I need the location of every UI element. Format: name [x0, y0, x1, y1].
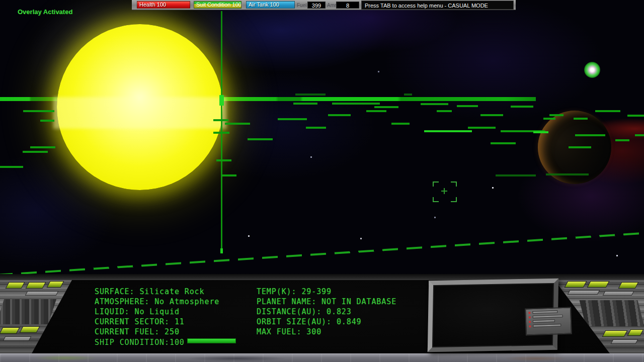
console-line: ORBIT SIZE(AU): 0.849	[257, 317, 396, 327]
ship-condition-label: SHIP CONDITION:100	[95, 337, 185, 347]
planet-info-left-column: SURFACE: Silicate RockATMOSPHERE: No Atm…	[95, 287, 219, 337]
keypad-led	[529, 321, 531, 323]
console-line: LIQUID: No Liquid	[95, 307, 219, 317]
panel-vents	[0, 299, 56, 324]
panel-vents	[580, 300, 644, 326]
keypad-key	[533, 315, 563, 318]
console-line: TEMP(K): 29-399	[257, 287, 396, 297]
console-line: CURRENT SECTOR: 11	[95, 317, 219, 327]
panel-trim	[25, 291, 59, 296]
console-line: CURRENT FUEL: 250	[95, 327, 219, 337]
keypad-led	[529, 316, 531, 318]
hud-bar: Health 100 Suit Condition 100 Air Tank 1…	[132, 0, 516, 10]
panel-button	[587, 281, 610, 288]
console-line: ATMOSPHERE: No Atmosphere	[95, 297, 219, 307]
game-viewport[interactable]: Overlay Activated Health 100 Suit Condit…	[0, 0, 644, 362]
crosshair-corner	[451, 182, 457, 187]
crosshair-corner	[433, 182, 439, 187]
air-tank-bar: Air Tank 100	[246, 1, 295, 9]
console-line: PLANET NAME: NOT IN DATABASE	[257, 297, 396, 307]
panel-button	[26, 282, 46, 289]
overlay-status-text: Overlay Activated	[18, 8, 72, 16]
planet-info-right-column: TEMP(K): 29-399PLANET NAME: NOT IN DATAB…	[257, 287, 396, 337]
panel-button	[618, 282, 639, 289]
panel-button	[602, 330, 628, 337]
panel-trim	[611, 339, 638, 344]
panel-trim	[603, 291, 634, 296]
panel-button	[565, 281, 587, 288]
crosshair-corner	[451, 197, 457, 202]
keypad-led	[529, 325, 531, 327]
ship-condition-bar	[187, 338, 236, 343]
console-line: MAX FUEL: 300	[257, 327, 396, 337]
fuel-value: 399	[307, 2, 326, 9]
panel-trim	[3, 336, 32, 341]
suit-condition-bar: Suit Condition 100	[194, 1, 242, 9]
keypad-key	[533, 324, 561, 327]
health-bar: Health 100	[137, 1, 190, 9]
panel-trim	[568, 290, 600, 295]
keypad-key	[532, 310, 557, 314]
keypad-led	[528, 312, 530, 314]
console-line: DISTANCE(AU): 0.823	[257, 307, 396, 317]
crosshair	[433, 182, 457, 202]
fuel-label: Fuel	[297, 3, 306, 8]
keypad-key	[533, 320, 555, 323]
ammo-value: 8	[336, 2, 359, 9]
crosshair-plus	[441, 191, 447, 192]
help-text: Press TAB to access help menu - CASUAL M…	[361, 1, 514, 10]
panel-button	[0, 327, 20, 334]
panel-button	[20, 326, 40, 333]
crosshair-corner	[433, 197, 439, 202]
console-line: SURFACE: Silicate Rock	[95, 287, 219, 297]
monitor-keypad	[525, 307, 572, 335]
dashboard-bottom-edge	[0, 353, 644, 362]
